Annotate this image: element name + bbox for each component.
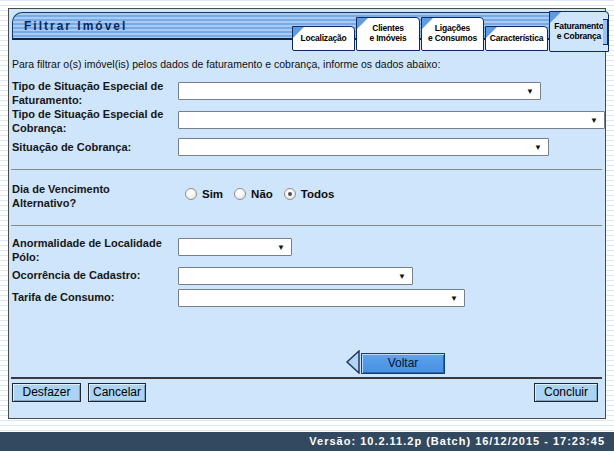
- dropdown-arrow-icon: ▼: [590, 116, 598, 125]
- label-tipo-situacao-especial-faturamento: Tipo de Situação Especial de Faturamento…: [12, 79, 174, 107]
- dropdown-arrow-icon: ▼: [277, 243, 285, 252]
- radio-button-icon[interactable]: [185, 188, 197, 200]
- tab-caracteristica[interactable]: Característica: [485, 26, 548, 51]
- voltar-button[interactable]: Voltar: [361, 353, 445, 374]
- version-text: Versão: 10.2.11.2p (Batch) 16/12/2015 - …: [309, 435, 605, 447]
- tab-caracteristica-label: Característica: [490, 34, 543, 44]
- concluir-button[interactable]: Concluir: [534, 383, 598, 402]
- radio-button-icon[interactable]: [234, 188, 246, 200]
- label-anormalidade-localidade-polo: Anormalidade de Localidade Pólo:: [12, 236, 174, 264]
- situacao-cobranca-select[interactable]: ▼: [178, 138, 549, 156]
- form-instructions: Para filtrar o(s) imóvel(is) pelos dados…: [12, 58, 440, 70]
- dropdown-arrow-icon: ▼: [398, 272, 406, 281]
- label-tipo-situacao-especial-cobranca: Tipo de Situação Especial de Cobrança:: [12, 107, 174, 135]
- tab-ligacoes-consumos-label: Ligações e Consumos: [428, 24, 477, 44]
- tab-ligacoes-consumos[interactable]: Ligações e Consumos: [421, 17, 484, 51]
- radio-button-selected-icon[interactable]: [284, 188, 296, 200]
- label-ocorrencia-cadastro: Ocorrência de Cadastro:: [12, 268, 174, 282]
- radio-option-sim[interactable]: Sim: [185, 188, 223, 200]
- radio-todos-label: Todos: [301, 188, 335, 200]
- section-divider: [11, 225, 602, 226]
- dia-vencimento-radio-group: Sim Não Todos: [185, 188, 345, 200]
- dropdown-arrow-icon: ▼: [450, 294, 458, 303]
- tipo-situacao-especial-faturamento-select[interactable]: ▼: [178, 82, 541, 100]
- radio-sim-label: Sim: [202, 188, 223, 200]
- page-title: Filtrar Imóvel: [24, 19, 127, 33]
- cancelar-button[interactable]: Cancelar: [88, 383, 146, 402]
- section-divider: [11, 169, 602, 170]
- label-tarifa-consumo: Tarifa de Consumo:: [12, 290, 174, 304]
- back-arrow-icon[interactable]: [345, 350, 360, 374]
- dropdown-arrow-icon: ▼: [534, 143, 542, 152]
- dropdown-arrow-icon: ▼: [526, 87, 534, 96]
- label-dia-vencimento-alternativo: Dia de Vencimento Alternativo?: [12, 182, 142, 210]
- filter-window: Filtrar Imóvel Localização Clientes e Im…: [8, 8, 606, 419]
- tab-faturamento-cobranca[interactable]: Faturamento e Cobrança: [549, 11, 609, 52]
- tipo-situacao-especial-cobranca-select[interactable]: ▼: [178, 111, 605, 129]
- tab-localizacao-label: Localização: [301, 34, 347, 44]
- tab-clientes-imoveis-label: Clientes e Imóveis: [370, 24, 407, 44]
- tab-faturamento-cobranca-label: Faturamento e Cobrança: [554, 22, 603, 42]
- tarifa-consumo-select[interactable]: ▼: [178, 289, 465, 307]
- radio-option-nao[interactable]: Não: [234, 188, 273, 200]
- radio-option-todos[interactable]: Todos: [284, 188, 335, 200]
- desfazer-button[interactable]: Desfazer: [12, 383, 81, 402]
- label-situacao-cobranca: Situação de Cobrança:: [12, 140, 174, 154]
- tab-clientes-imoveis[interactable]: Clientes e Imóveis: [356, 17, 420, 51]
- radio-nao-label: Não: [251, 188, 273, 200]
- tab-localizacao[interactable]: Localização: [292, 26, 355, 51]
- button-bar-divider: [11, 377, 602, 379]
- version-status-bar: Versão: 10.2.11.2p (Batch) 16/12/2015 - …: [0, 432, 614, 451]
- ocorrencia-cadastro-select[interactable]: ▼: [178, 267, 413, 285]
- anormalidade-localidade-polo-select[interactable]: ▼: [178, 238, 292, 256]
